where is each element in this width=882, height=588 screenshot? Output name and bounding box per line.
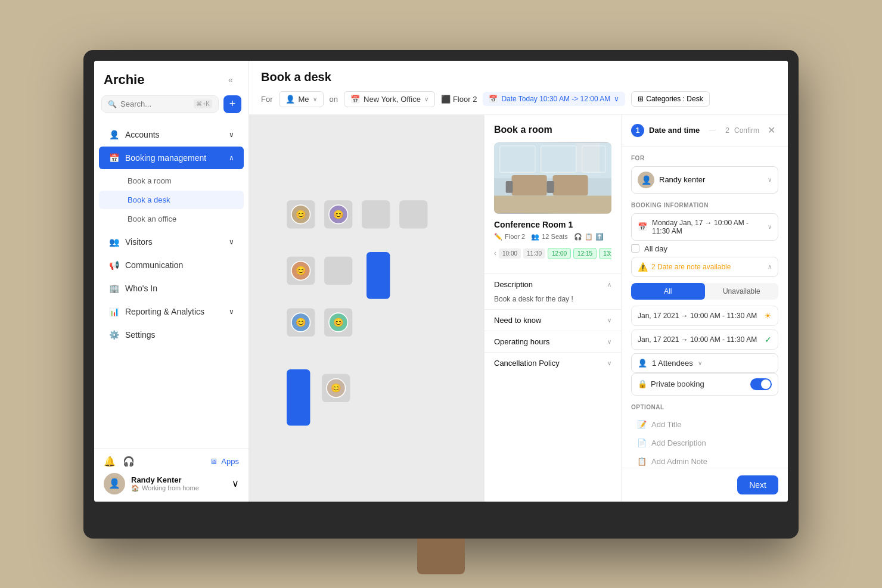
time-nav-prev[interactable]: ‹ [494, 249, 496, 257]
optional-label: OPTIONAL [631, 404, 778, 410]
time-slots: ‹ 10:00 11:30 12:00 12:15 13:30 14:00 › [494, 248, 611, 259]
collapse-button[interactable]: « [222, 71, 239, 88]
search-input[interactable] [120, 99, 190, 108]
categories-filter[interactable]: ⊞ Categories : Desk [631, 91, 709, 107]
sun-icon: ☀ [764, 311, 772, 321]
cancellation-header[interactable]: Cancellation Policy ∨ [485, 353, 621, 374]
time-slot-2[interactable]: 12:00 [548, 248, 571, 259]
svg-text:😊: 😊 [296, 316, 306, 327]
monitor: Archie « 🔍 ⌘+K + 👤 Accounts ∨ [83, 50, 799, 539]
confirm-label: Confirm [734, 126, 759, 135]
operating-hours-header[interactable]: Operating hours ∨ [485, 331, 621, 352]
booking-icon: 📅 [108, 153, 119, 163]
private-booking-toggle[interactable] [750, 378, 772, 390]
screen: Archie « 🔍 ⌘+K + 👤 Accounts ∨ [94, 61, 788, 502]
availability-toggle[interactable]: ∧ [768, 263, 772, 270]
calendar-icon: 📅 [489, 95, 498, 103]
booking-panel-header: 1 Date and time 2 Confirm ✕ [622, 115, 788, 147]
communication-icon: 📢 [108, 260, 119, 270]
attendees-field[interactable]: 👤 1 Attendees ∨ [631, 353, 778, 373]
add-admin-note-item[interactable]: 📋 Add Admin Note [631, 452, 778, 468]
user-select-field[interactable]: 👤 Randy kenter ∨ [631, 166, 778, 194]
whos-in-label: Who's In [125, 284, 157, 293]
booking-slot-0[interactable]: Jan, 17 2021 → 10:00 AM - 11:30 AM ☀ [631, 306, 778, 326]
tab-all[interactable]: All [631, 283, 705, 300]
communication-label: Communication [125, 260, 183, 270]
time-slot-4[interactable]: 13:30 [599, 248, 611, 259]
search-icon: 🔍 [108, 100, 117, 108]
desk-empty[interactable] [399, 200, 427, 228]
room-image-svg [494, 142, 611, 214]
sidebar-item-book-an-office[interactable]: Book an office [99, 210, 244, 228]
close-button[interactable]: ✕ [764, 123, 778, 138]
desk-empty[interactable] [324, 256, 352, 284]
on-label: on [330, 95, 338, 104]
booking-label: Booking management [125, 153, 206, 163]
whos-in-icon: 🏢 [108, 283, 119, 294]
sidebar-header: Archie « [94, 61, 249, 95]
app-logo: Archie [104, 72, 144, 88]
sidebar-item-booking-management[interactable]: 📅 Booking management ∧ [99, 147, 244, 169]
need-to-know-header[interactable]: Need to know ∨ [485, 310, 621, 331]
room-section-cancellation: Cancellation Policy ∨ [485, 352, 621, 374]
sidebar-footer: 🔔 🎧 🖥 Apps 👤 Randy Kenter 🏠 Working from… [94, 448, 249, 502]
need-to-know-title: Need to know [494, 316, 542, 325]
sidebar-item-book-a-room[interactable]: Book a room [99, 172, 244, 190]
add-title-item[interactable]: 📝 Add Title [631, 415, 778, 434]
main-filters: For 👤 Me ∨ on 📅 New York, Office ∨ ⬛ [261, 91, 776, 107]
sidebar-item-visitors[interactable]: 👥 Visitors ∨ [99, 231, 244, 253]
lock-icon: 🔒 [638, 379, 647, 388]
sidebar-item-book-a-desk[interactable]: Book a desk [99, 191, 244, 209]
page-title: Book a desk [261, 70, 776, 84]
description-body: Book a desk for the day ! [485, 295, 621, 309]
date-chevron: ∨ [614, 95, 619, 103]
user-select-avatar: 👤 [638, 172, 654, 188]
apps-button[interactable]: 🖥 Apps [210, 457, 239, 466]
user-profile[interactable]: 👤 Randy Kenter 🏠 Working from home ∨ [104, 473, 239, 494]
for-chevron: ∨ [313, 96, 317, 102]
accounts-label: Accounts [125, 130, 160, 139]
user-info: Randy Kenter 🏠 Working from home [131, 475, 226, 492]
attendees-chevron: ∨ [698, 360, 702, 366]
sidebar-item-accounts[interactable]: 👤 Accounts ∨ [99, 123, 244, 146]
tab-unavailable[interactable]: Unavailable [705, 283, 779, 300]
next-button[interactable]: Next [737, 475, 778, 494]
svg-rect-15 [553, 175, 588, 195]
date-filter[interactable]: 📅 Date Today 10:30 AM -> 12:00 AM ∨ [483, 92, 625, 106]
add-button[interactable]: + [223, 95, 241, 113]
time-slot-3[interactable]: 12:15 [573, 248, 597, 259]
room-section-need-to-know: Need to know ∨ [485, 309, 621, 331]
desk-selected-bottom[interactable] [287, 369, 310, 425]
booking-slot-1[interactable]: Jan, 17 2021 → 10:00 AM - 11:30 AM ✓ [631, 329, 778, 350]
add-description-item[interactable]: 📄 Add Description [631, 434, 778, 452]
time-slot-1[interactable]: 11:30 [523, 248, 545, 259]
time-slot-0[interactable]: 10:00 [499, 248, 521, 259]
desk-empty[interactable] [362, 200, 390, 228]
sidebar-item-communication[interactable]: 📢 Communication [99, 254, 244, 276]
room-panel: Book a room [484, 115, 621, 502]
for-filter[interactable]: 👤 Me ∨ [279, 91, 324, 107]
sidebar-item-settings[interactable]: ⚙️ Settings [99, 323, 244, 346]
accounts-icon: 👤 [108, 129, 119, 140]
location-chevron: ∨ [424, 96, 428, 102]
reporting-label: Reporting & Analytics [125, 307, 204, 316]
svg-text:😊: 😊 [331, 382, 341, 393]
notifications-icon[interactable]: 🔔 [104, 456, 116, 467]
allday-checkbox[interactable] [631, 244, 639, 253]
headset-icon[interactable]: 🎧 [123, 456, 135, 467]
step-2-label: 2 [725, 126, 729, 135]
for-label: For [261, 95, 273, 104]
sidebar-item-reporting[interactable]: 📊 Reporting & Analytics ∨ [99, 300, 244, 323]
description-title: Description [494, 280, 533, 289]
date-field[interactable]: 📅 Monday Jan, 17 → 10:00 AM - 11:30 AM ∨ [631, 213, 778, 241]
description-section-header[interactable]: Description ∧ [485, 274, 621, 295]
room-actions: 🎧 📋 ⬆️ [574, 233, 604, 241]
search-box[interactable]: 🔍 ⌘+K [101, 95, 219, 113]
sidebar-item-whos-in[interactable]: 🏢 Who's In [99, 277, 244, 300]
svg-text:😊: 😊 [333, 316, 344, 327]
desk-selected[interactable] [367, 251, 390, 298]
settings-icon: ⚙️ [108, 329, 119, 340]
footer-icons: 🔔 🎧 🖥 Apps [104, 456, 239, 467]
location-filter[interactable]: 📅 New York, Office ∨ [344, 91, 435, 107]
availability-tabs: All Unavailable [631, 283, 778, 300]
